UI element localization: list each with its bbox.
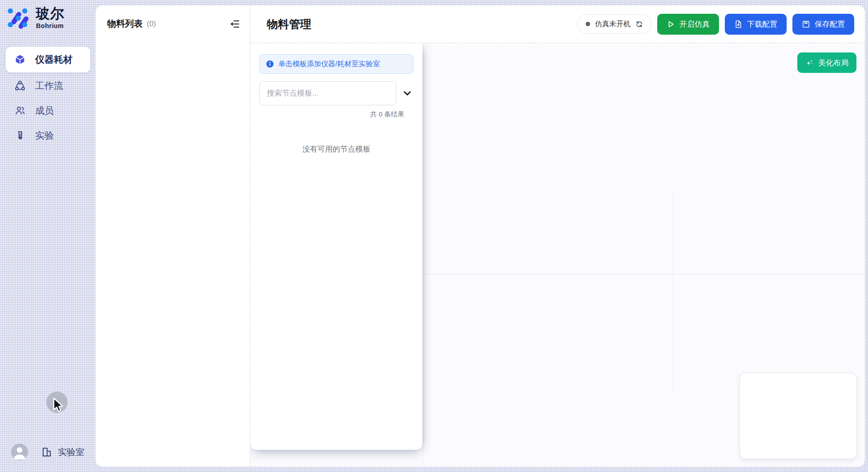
palette-search-row [259,81,414,105]
materials-panel: 物料列表 (0) [96,5,250,467]
sidebar-item-label: 工作流 [35,80,63,92]
save-config-label: 保存配置 [815,19,845,29]
sidebar-item-workflow[interactable]: 工作流 [0,73,95,98]
lab-building-icon [41,446,52,458]
play-icon [667,20,675,28]
sidebar-item-members[interactable]: 成员 [0,98,95,123]
beautify-layout-button[interactable]: 美化布局 [797,52,856,73]
bohrium-logo-icon [6,6,30,30]
download-config-button[interactable]: 下载配置 [725,14,787,35]
file-download-icon [734,20,743,28]
page-title: 物料管理 [267,17,311,32]
simulation-status-pill[interactable]: 仿真未开机 [577,14,651,34]
brand-subtitle: Bohrium [36,22,64,29]
sidebar-item-label: 成员 [35,104,54,117]
save-bookmark-icon [802,20,810,28]
flow-canvas[interactable]: 美化布局 单击模板添加仪器/耗材至实验室 [250,43,865,467]
canvas-grid-line [423,43,423,467]
node-template-palette: 单击模板添加仪器/耗材至实验室 共 0 条结果 没有可用的节点模板 [250,43,422,450]
workflow-icon [15,80,25,91]
save-config-button[interactable]: 保存配置 [792,14,854,35]
search-node-template-input[interactable] [259,81,396,105]
status-dot-icon [586,22,590,26]
materials-count: (0) [147,20,156,28]
canvas-grid-line [423,274,865,274]
info-icon [266,60,274,68]
chevron-down-icon[interactable] [402,88,412,98]
header-actions: 仿真未开机 开启仿真 [577,14,854,35]
cube-icon [15,54,25,65]
canvas-grid-line [673,191,673,392]
sidebar-item-label: 仪器耗材 [35,53,72,66]
beautify-layout-label: 美化布局 [818,58,848,68]
test-tube-icon [15,130,25,141]
sidebar-item-instruments[interactable]: 仪器耗材 [6,47,90,72]
sidebar-footer: 实验室 [11,444,84,460]
palette-hint-banner: 单击模板添加仪器/耗材至实验室 [259,54,414,74]
palette-hint-text: 单击模板添加仪器/耗材至实验室 [278,60,380,69]
download-config-label: 下载配置 [747,19,777,29]
results-count: 共 0 条结果 [259,110,414,119]
empty-state-text: 没有可用的节点模板 [259,144,414,154]
lab-label: 实验室 [58,446,84,458]
main-area: 物料管理 仿真未开机 [250,5,865,467]
refresh-icon[interactable] [635,20,643,28]
start-simulation-label: 开启仿真 [679,19,710,29]
avatar-person-icon [11,444,28,460]
status-text: 仿真未开机 [595,20,631,29]
mouse-cursor-icon [52,398,67,414]
collapse-panel-icon[interactable] [229,19,240,29]
sidebar-item-experiments[interactable]: 实验 [0,123,95,148]
main-header: 物料管理 仿真未开机 [250,5,865,43]
sidebar-nav: 仪器耗材 工作流 成员 [0,47,95,148]
lab-switcher[interactable]: 实验室 [41,446,84,458]
sidebar-item-label: 实验 [35,129,54,142]
minimap[interactable] [739,372,857,459]
members-icon [15,105,25,116]
materials-title: 物料列表 [107,18,143,30]
sparkles-icon [805,58,814,67]
content-container: 物料列表 (0) 物料管理 仿真未开机 [96,5,865,467]
brand: 玻尔 Bohrium [6,6,64,30]
avatar[interactable] [11,444,28,460]
brand-title: 玻尔 [36,6,64,22]
app-root: 玻尔 Bohrium 仪器耗材 工作流 [0,0,868,472]
start-simulation-button[interactable]: 开启仿真 [657,14,719,35]
